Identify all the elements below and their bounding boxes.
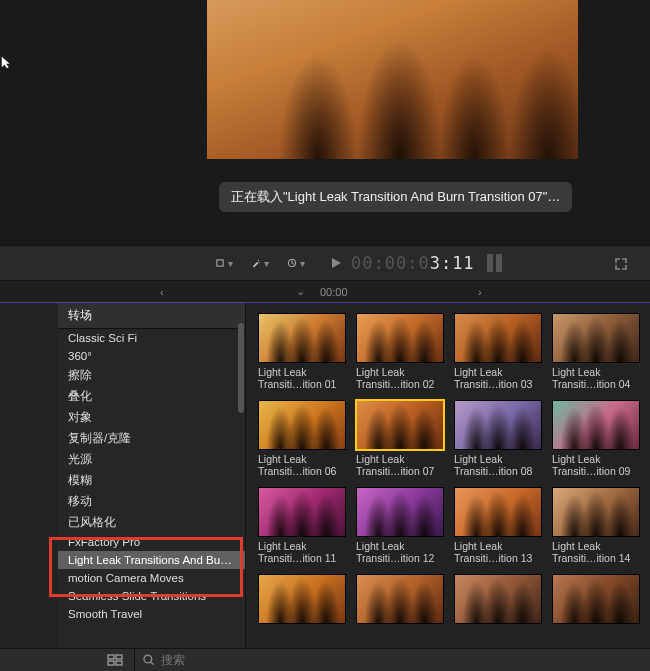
svg-rect-6: [108, 661, 114, 665]
ruler-next-icon[interactable]: ›: [478, 286, 482, 298]
svg-rect-7: [116, 661, 122, 665]
transition-cell[interactable]: Light LeakTransiti…ition 11: [258, 487, 346, 564]
fullscreen-button[interactable]: [612, 255, 630, 273]
sidebar-list: Classic Sci Fi360°擦除叠化对象复制器/克隆光源模糊移动已风格化…: [58, 329, 245, 623]
transition-thumb[interactable]: [356, 487, 444, 537]
transition-cell[interactable]: Light LeakTransiti…ition 14: [552, 487, 640, 564]
transition-label: Light LeakTransiti…ition 14: [552, 540, 640, 564]
transition-cell[interactable]: Light LeakTransiti…ition 03: [454, 313, 542, 390]
sidebar-item[interactable]: 擦除: [58, 365, 245, 386]
transition-cell[interactable]: Light LeakTransiti…ition 13: [454, 487, 542, 564]
transition-label: Light LeakTransiti…ition 06: [258, 453, 346, 477]
transition-label: Light LeakTransiti…ition 12: [356, 540, 444, 564]
svg-rect-5: [116, 655, 122, 659]
transition-cell[interactable]: [258, 574, 346, 624]
ruler-prev-icon[interactable]: ‹: [160, 286, 164, 298]
viewer-toolbar: ▾ ▾ ▾ 00:00:03:11: [0, 245, 650, 281]
transition-thumb[interactable]: [258, 574, 346, 624]
sidebar-item[interactable]: 光源: [58, 449, 245, 470]
sidebar-item[interactable]: Smooth Travel: [58, 605, 245, 623]
retime-tool-button[interactable]: ▾: [287, 254, 305, 272]
search-input[interactable]: [161, 653, 642, 667]
transition-thumb[interactable]: [356, 574, 444, 624]
sidebar-item[interactable]: motion Camera Moves: [58, 569, 245, 587]
transitions-sidebar: 转场 Classic Sci Fi360°擦除叠化对象复制器/克隆光源模糊移动已…: [58, 303, 245, 648]
transitions-grid: Light LeakTransiti…ition 01Light LeakTra…: [246, 303, 650, 648]
timecode-display[interactable]: 00:00:03:11: [351, 253, 475, 273]
transition-label: Light LeakTransiti…ition 09: [552, 453, 640, 477]
sidebar-item[interactable]: 移动: [58, 491, 245, 512]
ruler-center-label: 00:00: [320, 286, 348, 298]
transition-cell[interactable]: [454, 574, 542, 624]
cursor-icon: [0, 55, 14, 69]
sidebar-header: 转场: [58, 303, 245, 329]
sidebar-item[interactable]: 360°: [58, 347, 245, 365]
transition-thumb[interactable]: [258, 313, 346, 363]
effects-browser: 转场 Classic Sci Fi360°擦除叠化对象复制器/克隆光源模糊移动已…: [0, 303, 650, 648]
ruler-marker-icon[interactable]: ⌄: [296, 285, 305, 298]
timeline-ruler[interactable]: ‹ ⌄ 00:00 ›: [0, 281, 650, 303]
sidebar-scrollbar[interactable]: [238, 323, 244, 413]
transition-cell[interactable]: Light LeakTransiti…ition 01: [258, 313, 346, 390]
skim-indicator[interactable]: [487, 254, 502, 272]
timecode-dim: 00:00:0: [351, 253, 430, 273]
sidebar-item[interactable]: 对象: [58, 407, 245, 428]
sidebar-item[interactable]: Seamless Slide Transitions: [58, 587, 245, 605]
play-button[interactable]: [327, 254, 345, 272]
transition-label: Light LeakTransiti…ition 04: [552, 366, 640, 390]
transition-cell[interactable]: [356, 574, 444, 624]
transition-label: Light LeakTransiti…ition 03: [454, 366, 542, 390]
crop-tool-button[interactable]: ▾: [215, 254, 233, 272]
sidebar-item[interactable]: Classic Sci Fi: [58, 329, 245, 347]
svg-rect-4: [108, 655, 114, 659]
transition-label: Light LeakTransiti…ition 13: [454, 540, 542, 564]
view-mode-button[interactable]: [95, 649, 135, 672]
transition-thumb[interactable]: [552, 487, 640, 537]
transition-label: Light LeakTransiti…ition 11: [258, 540, 346, 564]
transition-thumb[interactable]: [454, 574, 542, 624]
transition-thumb[interactable]: [258, 487, 346, 537]
transition-cell[interactable]: Light LeakTransiti…ition 02: [356, 313, 444, 390]
transition-label: Light LeakTransiti…ition 02: [356, 366, 444, 390]
sidebar-item[interactable]: FxFactory Pro: [58, 533, 245, 551]
svg-point-2: [259, 262, 260, 263]
transition-thumb[interactable]: [356, 400, 444, 450]
search-field-wrap[interactable]: [135, 653, 650, 667]
transition-label: Light LeakTransiti…ition 08: [454, 453, 542, 477]
sidebar-item[interactable]: 模糊: [58, 470, 245, 491]
transition-thumb[interactable]: [454, 313, 542, 363]
transition-thumb[interactable]: [454, 487, 542, 537]
enhance-tool-button[interactable]: ▾: [251, 254, 269, 272]
search-icon: [143, 654, 155, 666]
transition-thumb[interactable]: [552, 400, 640, 450]
browser-bottom-bar: [0, 648, 650, 671]
transition-cell[interactable]: Light LeakTransiti…ition 12: [356, 487, 444, 564]
transition-thumb[interactable]: [258, 400, 346, 450]
transition-label: Light LeakTransiti…ition 07: [356, 453, 444, 477]
svg-rect-0: [217, 260, 223, 266]
viewer-area: 正在载入"Light Leak Transition And Burn Tran…: [0, 0, 650, 245]
transition-cell[interactable]: Light LeakTransiti…ition 04: [552, 313, 640, 390]
transition-cell[interactable]: Light LeakTransiti…ition 08: [454, 400, 542, 477]
timecode-bright: 3:11: [430, 253, 475, 273]
svg-point-1: [258, 260, 259, 261]
transition-cell[interactable]: Light LeakTransiti…ition 07: [356, 400, 444, 477]
transition-cell[interactable]: Light LeakTransiti…ition 06: [258, 400, 346, 477]
transition-cell[interactable]: [552, 574, 640, 624]
transition-label: Light LeakTransiti…ition 01: [258, 366, 346, 390]
transition-thumb[interactable]: [454, 400, 542, 450]
video-preview[interactable]: [207, 0, 578, 159]
sidebar-item[interactable]: 复制器/克隆: [58, 428, 245, 449]
sidebar-item[interactable]: 叠化: [58, 386, 245, 407]
transition-thumb[interactable]: [552, 574, 640, 624]
transition-cell[interactable]: Light LeakTransiti…ition 09: [552, 400, 640, 477]
sidebar-item[interactable]: 已风格化: [58, 512, 245, 533]
transition-thumb[interactable]: [552, 313, 640, 363]
transition-thumb[interactable]: [356, 313, 444, 363]
sidebar-item[interactable]: Light Leak Transitions And Burn…: [58, 551, 245, 569]
svg-point-8: [144, 655, 152, 663]
loading-status: 正在载入"Light Leak Transition And Burn Tran…: [219, 182, 572, 212]
